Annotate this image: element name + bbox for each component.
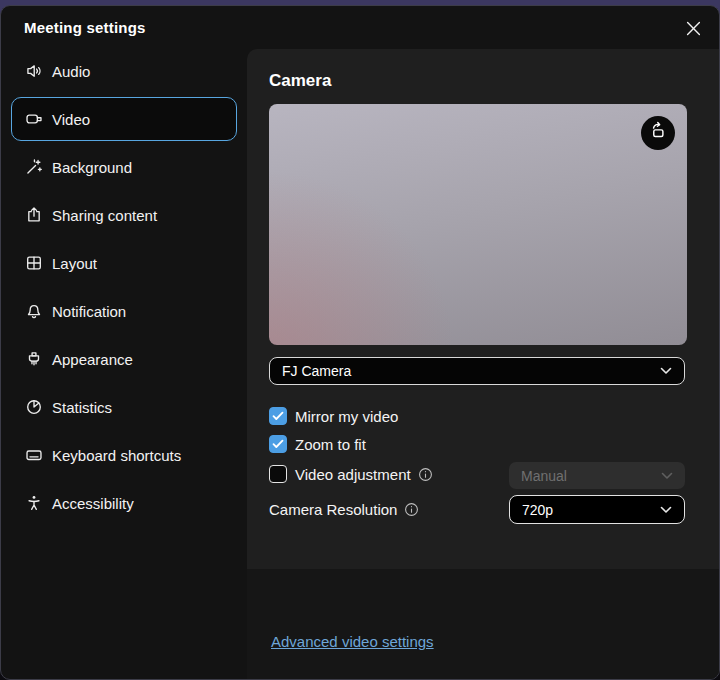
sidebar-item-notification[interactable]: Notification (11, 289, 237, 333)
sidebar-item-sharing-content[interactable]: Sharing content (11, 193, 237, 237)
sidebar-item-label: Video (52, 111, 90, 128)
magic-wand-icon (25, 158, 43, 176)
sidebar-item-audio[interactable]: Audio (11, 49, 237, 93)
sidebar-item-label: Keyboard shortcuts (52, 447, 181, 464)
sidebar-item-label: Statistics (52, 399, 112, 416)
share-content-icon (25, 206, 43, 224)
panel-footer: Advanced video settings (247, 569, 719, 679)
speaker-icon (25, 62, 43, 80)
layout-grid-icon (25, 254, 43, 272)
dialog-title: Meeting settings (24, 19, 146, 36)
camera-device-value: FJ Camera (282, 363, 351, 379)
sidebar-item-label: Background (52, 159, 132, 176)
zoom-to-fit-label: Zoom to fit (295, 436, 366, 453)
advanced-video-settings-link[interactable]: Advanced video settings (271, 633, 434, 650)
video-adjustment-checkbox[interactable] (269, 465, 287, 483)
mirror-my-video-checkbox[interactable] (269, 407, 287, 425)
sidebar-item-layout[interactable]: Layout (11, 241, 237, 285)
close-button[interactable] (678, 15, 708, 45)
chevron-down-icon (660, 506, 672, 514)
sidebar-item-label: Appearance (52, 351, 133, 368)
paintbrush-icon (25, 350, 43, 368)
meeting-settings-dialog: Meeting settings AudioVideoBackgroundSha… (0, 5, 720, 680)
camera-resolution-select[interactable]: 720p (509, 495, 685, 524)
bell-icon (25, 302, 43, 320)
sidebar-item-label: Notification (52, 303, 126, 320)
sidebar-item-label: Layout (52, 255, 97, 272)
camera-resolution-row: Camera Resolution (269, 498, 419, 520)
video-adjustment-label: Video adjustment (295, 466, 411, 483)
mirror-my-video-label: Mirror my video (295, 408, 398, 425)
sidebar-item-background[interactable]: Background (11, 145, 237, 189)
pie-chart-icon (25, 398, 43, 416)
sidebar-item-video[interactable]: Video (11, 97, 237, 141)
camera-device-select[interactable]: FJ Camera (269, 357, 685, 385)
section-heading: Camera (269, 71, 331, 91)
video-adjustment-mode-select: Manual (509, 462, 685, 489)
camera-resolution-label: Camera Resolution (269, 501, 397, 518)
mirror-my-video-row: Mirror my video (269, 405, 398, 427)
zoom-to-fit-checkbox[interactable] (269, 435, 287, 453)
video-adjustment-row: Video adjustment (269, 463, 433, 485)
sidebar-item-appearance[interactable]: Appearance (11, 337, 237, 381)
keyboard-icon (25, 446, 43, 464)
sidebar-item-label: Audio (52, 63, 90, 80)
camera-resolution-value: 720p (522, 502, 553, 518)
zoom-to-fit-row: Zoom to fit (269, 433, 366, 455)
rotate-camera-icon (648, 121, 668, 145)
chevron-down-icon (661, 472, 673, 480)
close-icon (686, 21, 701, 40)
chevron-down-icon (660, 367, 672, 375)
titlebar: Meeting settings (1, 6, 719, 49)
video-adjustment-mode-value: Manual (521, 468, 567, 484)
info-icon[interactable] (418, 467, 433, 482)
sidebar-item-keyboard-shortcuts[interactable]: Keyboard shortcuts (11, 433, 237, 477)
accessibility-icon (25, 494, 43, 512)
video-camera-icon (25, 110, 43, 128)
info-icon[interactable] (404, 502, 419, 517)
sidebar: AudioVideoBackgroundSharing contentLayou… (1, 49, 247, 679)
sidebar-item-accessibility[interactable]: Accessibility (11, 481, 237, 525)
rotate-camera-button[interactable] (641, 116, 675, 150)
sidebar-item-statistics[interactable]: Statistics (11, 385, 237, 429)
sidebar-item-label: Accessibility (52, 495, 134, 512)
camera-preview (269, 104, 687, 345)
sidebar-item-label: Sharing content (52, 207, 157, 224)
video-settings-panel: Camera FJ Camera Mirror my video (247, 49, 719, 679)
